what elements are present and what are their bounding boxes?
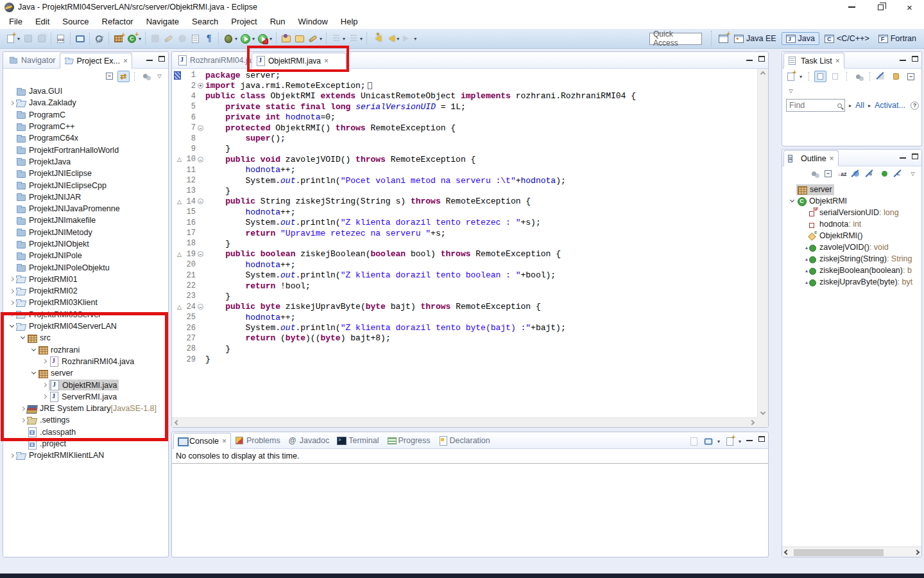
- hide-fields-button[interactable]: [850, 168, 862, 180]
- quick-access-input[interactable]: Quick Access: [649, 33, 702, 45]
- perspective-java[interactable]: Java: [782, 32, 819, 45]
- code-editor[interactable]: 1package server;2+import java.rmi.Remote…: [172, 69, 757, 417]
- tree-item-src[interactable]: src: [3, 332, 168, 344]
- tree-item-projektjnijavapromenne[interactable]: ProjektJNIJavaPromenne: [3, 203, 168, 215]
- expand-arrow-icon[interactable]: [7, 290, 16, 293]
- tree-item-projektrmi02[interactable]: ProjektRMI02: [3, 285, 168, 297]
- tree-item-projektrmiklientlan[interactable]: ProjektRMIKlientLAN: [3, 450, 168, 461]
- outline-item-hodnota[interactable]: hodnota : int: [782, 218, 921, 230]
- expand-arrow-icon[interactable]: [29, 349, 38, 351]
- scheduled-view-button[interactable]: [829, 71, 841, 82]
- previous-annotation-dropdown-icon[interactable]: ▾: [360, 36, 363, 42]
- expand-arrow-icon[interactable]: [7, 326, 16, 327]
- tree-item-projektjnipoleobjektu[interactable]: ProjektJNIPoleObjektu: [3, 261, 168, 273]
- menu-project[interactable]: Project: [225, 15, 263, 28]
- working-set-button[interactable]: [139, 71, 151, 82]
- minimize-view-button[interactable]: [900, 60, 906, 62]
- tree-item-projektjnieclipsecpp[interactable]: ProjektJNIEclipseCpp: [3, 179, 168, 191]
- maximize-view-button[interactable]: [912, 56, 918, 62]
- minimize-view-button[interactable]: [900, 157, 906, 159]
- close-tab-icon[interactable]: ×: [835, 58, 840, 64]
- fold-ruler[interactable]: –: [196, 125, 205, 131]
- perspective-java-ee[interactable]: Java EE: [730, 33, 780, 44]
- scrollbar-thumb[interactable]: [794, 549, 884, 556]
- editor-vertical-scrollbar[interactable]: [757, 69, 768, 417]
- console-view-button[interactable]: [73, 31, 87, 46]
- help-icon[interactable]: ?: [911, 101, 919, 110]
- maximize-view-button[interactable]: [758, 436, 765, 442]
- menu-window[interactable]: Window: [292, 15, 334, 28]
- tree-item-projektrmi04serverlan[interactable]: ProjektRMI04ServerLAN: [3, 320, 168, 332]
- save-button[interactable]: [21, 31, 35, 46]
- binary-file-button[interactable]: [54, 31, 67, 46]
- tab-project-explorer[interactable]: Project Ex... ×: [60, 53, 132, 69]
- next-annotation-button[interactable]: [329, 31, 343, 46]
- next-annotation-dropdown-icon[interactable]: ▾: [343, 36, 345, 42]
- menu-file[interactable]: File: [3, 15, 29, 28]
- tree-item-project[interactable]: .project: [3, 438, 168, 450]
- debug-dropdown-icon[interactable]: ▾: [235, 36, 237, 42]
- menu-navigate[interactable]: Navigate: [140, 15, 185, 28]
- collapse-all-button[interactable]: −: [905, 71, 917, 82]
- back-button[interactable]: [383, 31, 397, 46]
- maximize-view-button[interactable]: [912, 153, 918, 159]
- tree-item-projektjnimakefile[interactable]: ProjektJNImakefile: [3, 215, 168, 226]
- menu-run[interactable]: Run: [264, 15, 292, 28]
- filter-activated-link[interactable]: Activat...: [875, 101, 905, 110]
- find-input[interactable]: Find: [786, 99, 845, 112]
- tree-item-classpath[interactable]: .classpath: [3, 426, 168, 438]
- console-tab-declaration[interactable]: Declaration: [434, 432, 494, 448]
- fold-toggle-icon[interactable]: –: [198, 125, 203, 131]
- menu-search[interactable]: Search: [185, 15, 225, 28]
- display-console-button[interactable]: [703, 435, 715, 447]
- hide-local-types-button[interactable]: L: [893, 168, 905, 180]
- tree-item-projektfortranhalloworld[interactable]: ProjektFortranHalloWorld: [3, 144, 168, 155]
- close-tab-icon[interactable]: ×: [123, 58, 128, 64]
- view-menu-button[interactable]: ▽: [153, 71, 166, 82]
- expand-arrow-icon[interactable]: [7, 301, 16, 304]
- search-button[interactable]: [306, 31, 320, 46]
- editor-horizontal-scrollbar[interactable]: [172, 417, 757, 427]
- tree-item-projektjniobjekt[interactable]: ProjektJNIObjekt: [3, 238, 168, 250]
- run-button[interactable]: [239, 31, 252, 46]
- tree-item-projektjnimetody[interactable]: ProjektJNIMetody: [3, 227, 168, 238]
- new-task-button[interactable]: [785, 71, 797, 82]
- tree-item-programc[interactable]: ProgramC++: [3, 121, 168, 132]
- outline-horizontal-scrollbar[interactable]: [782, 547, 921, 557]
- last-edit-location-button[interactable]: [370, 31, 383, 46]
- back-dropdown-icon[interactable]: ▾: [397, 36, 399, 42]
- tree-item-objektrmi-java[interactable]: ObjektRMI.java: [3, 379, 168, 390]
- outline-item-objektrmi[interactable]: ObjektRMI(): [782, 230, 921, 241]
- minimize-editor-button[interactable]: [746, 60, 753, 62]
- open-perspective-button[interactable]: [717, 31, 730, 46]
- expand-arrow-icon[interactable]: [7, 277, 16, 281]
- expand-arrow-icon[interactable]: [18, 407, 27, 410]
- editor-tab-objektrmi-java[interactable]: ObjektRMI.java×: [252, 53, 346, 69]
- open-console-button[interactable]: [724, 435, 736, 447]
- forward-dropdown-icon[interactable]: ▾: [414, 36, 416, 42]
- fold-ruler[interactable]: –: [196, 157, 205, 162]
- maximize-editor-button[interactable]: [758, 56, 765, 62]
- view-menu-button[interactable]: ▽: [907, 168, 919, 180]
- minimize-view-button[interactable]: [146, 60, 153, 62]
- fold-ruler[interactable]: +: [196, 83, 205, 89]
- hide-completed-button[interactable]: [875, 71, 887, 82]
- tab-task-list[interactable]: Task List ×: [783, 53, 844, 69]
- expand-arrow-icon[interactable]: [7, 313, 16, 316]
- collapse-all-button[interactable]: −: [103, 71, 116, 82]
- hide-non-public-button[interactable]: [878, 168, 891, 180]
- tree-item-projektrmi03server[interactable]: ProjektRMI03Server: [3, 309, 168, 320]
- expand-arrow-icon[interactable]: [787, 200, 796, 202]
- outline-item-ziskejstring-string[interactable]: ziskejString(String) : String: [782, 253, 921, 265]
- tree-item-projektrmi03klient[interactable]: ProjektRMI03Klient: [3, 297, 168, 308]
- fold-toggle-icon[interactable]: +: [198, 83, 203, 89]
- forward-button[interactable]: [400, 31, 414, 46]
- show-assigned-button[interactable]: [890, 71, 902, 82]
- document-button[interactable]: [189, 31, 202, 46]
- tab-outline[interactable]: ≡ Outline ×: [783, 150, 839, 166]
- fold-toggle-icon[interactable]: –: [198, 251, 203, 257]
- fold-toggle-icon[interactable]: –: [198, 157, 203, 162]
- pilcrow-button[interactable]: ¶: [202, 31, 216, 46]
- new-wizard-button[interactable]: [4, 31, 17, 46]
- fold-toggle-icon[interactable]: –: [198, 304, 203, 310]
